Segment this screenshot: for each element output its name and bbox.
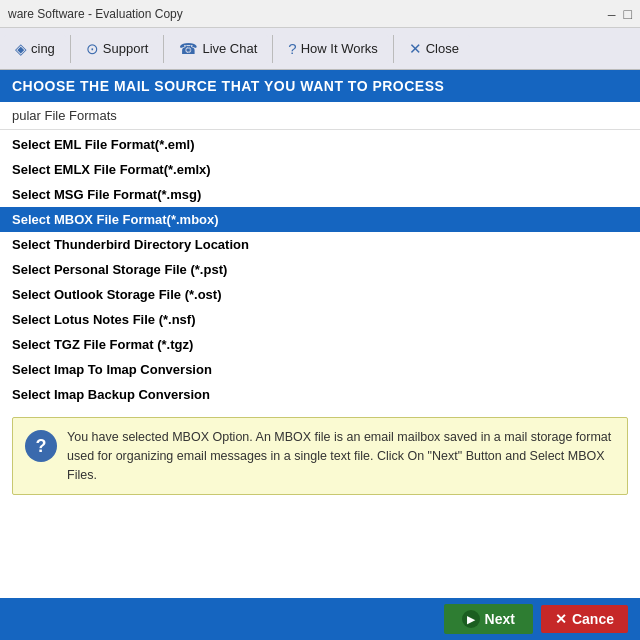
pricing-icon: ◈ — [15, 40, 27, 58]
info-icon: ? — [25, 430, 57, 462]
cancel-button-icon: ✕ — [555, 611, 567, 627]
next-button-label: Next — [485, 611, 515, 627]
list-item-eml[interactable]: Select EML File Format(*.eml) — [0, 132, 640, 157]
toolbar-close-label: Close — [426, 41, 459, 56]
info-box: ? You have selected MBOX Option. An MBOX… — [12, 417, 628, 495]
how-it-works-icon: ? — [288, 40, 296, 57]
toolbar-pricing[interactable]: ◈ cing — [4, 35, 66, 63]
list-item-pst[interactable]: Select Personal Storage File (*.pst) — [0, 257, 640, 282]
toolbar-close[interactable]: ✕ Close — [398, 35, 470, 63]
toolbar-separator-2 — [163, 35, 164, 63]
list-item-imap-backup[interactable]: Select Imap Backup Conversion — [0, 382, 640, 407]
section-header-text: CHOOSE THE MAIL SOURCE THAT YOU WANT TO … — [12, 78, 444, 94]
title-controls: – □ — [608, 7, 632, 21]
list-item-nsf[interactable]: Select Lotus Notes File (*.nsf) — [0, 307, 640, 332]
toolbar-how-it-works-label: How It Works — [301, 41, 378, 56]
title-bar: ware Software - Evaluation Copy – □ — [0, 0, 640, 28]
list-group-label: pular File Formats — [0, 102, 640, 127]
toolbar-separator-3 — [272, 35, 273, 63]
list-item-mbox[interactable]: Select MBOX File Format(*.mbox) — [0, 207, 640, 232]
window-title: ware Software - Evaluation Copy — [8, 7, 183, 21]
next-button-icon: ▶ — [462, 610, 480, 628]
list-item-msg[interactable]: Select MSG File Format(*.msg) — [0, 182, 640, 207]
main-content: CHOOSE THE MAIL SOURCE THAT YOU WANT TO … — [0, 70, 640, 640]
list-divider-top — [0, 129, 640, 130]
toolbar-pricing-label: cing — [31, 41, 55, 56]
list-item-emlx[interactable]: Select EMLX File Format(*.emlx) — [0, 157, 640, 182]
list-item-thunderbird[interactable]: Select Thunderbird Directory Location — [0, 232, 640, 257]
list-item-tgz[interactable]: Select TGZ File Format (*.tgz) — [0, 332, 640, 357]
toolbar: ◈ cing ⊙ Support ☎ Live Chat ? How It Wo… — [0, 28, 640, 70]
cancel-button-label: Cance — [572, 611, 614, 627]
list-item-ost[interactable]: Select Outlook Storage File (*.ost) — [0, 282, 640, 307]
toolbar-how-it-works[interactable]: ? How It Works — [277, 35, 388, 62]
minimize-button[interactable]: – — [608, 7, 616, 21]
toolbar-separator-1 — [70, 35, 71, 63]
live-chat-icon: ☎ — [179, 40, 198, 58]
close-icon: ✕ — [409, 40, 422, 58]
toolbar-live-chat[interactable]: ☎ Live Chat — [168, 35, 268, 63]
file-format-list-area: pular File Formats Select EML File Forma… — [0, 102, 640, 598]
toolbar-separator-4 — [393, 35, 394, 63]
toolbar-support[interactable]: ⊙ Support — [75, 35, 160, 63]
toolbar-support-label: Support — [103, 41, 149, 56]
section-header: CHOOSE THE MAIL SOURCE THAT YOU WANT TO … — [0, 70, 640, 102]
list-item-imap-imap[interactable]: Select Imap To Imap Conversion — [0, 357, 640, 382]
next-button[interactable]: ▶ Next — [444, 604, 533, 634]
cancel-button[interactable]: ✕ Cance — [541, 605, 628, 633]
maximize-button[interactable]: □ — [624, 7, 632, 21]
support-icon: ⊙ — [86, 40, 99, 58]
bottom-bar: ▶ Next ✕ Cance — [0, 598, 640, 640]
toolbar-live-chat-label: Live Chat — [202, 41, 257, 56]
info-text: You have selected MBOX Option. An MBOX f… — [67, 428, 615, 484]
